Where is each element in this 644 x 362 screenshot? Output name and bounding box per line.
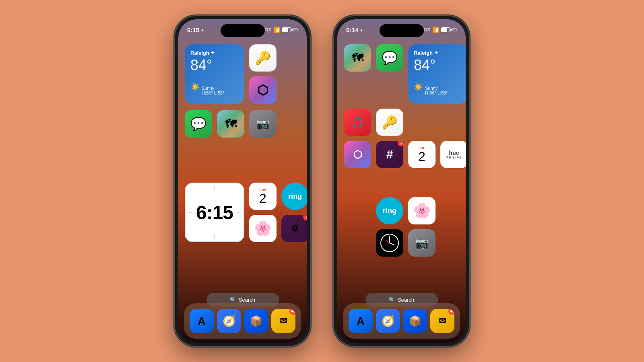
photos-icon-left[interactable]: 🌸 — [249, 215, 277, 242]
weather-city-left: Raleigh ✈ — [190, 50, 239, 56]
svg-line-6 — [390, 243, 394, 245]
safari-dock-right[interactable]: 🧭 — [376, 309, 400, 333]
battery-left — [282, 27, 291, 32]
battery-right — [441, 27, 450, 32]
dock-left: A 🧭 📦 48 ✉ — [184, 303, 301, 339]
row4-right: ring 🌸 — [376, 197, 459, 224]
status-time-right: 6:14 ▲ — [346, 27, 363, 33]
maps-icon-right[interactable]: 🗺 — [344, 44, 371, 72]
phone-right-screen: 6:14 ▲ SOS 📶 29 🗺 — [337, 19, 466, 343]
weather-city-right: Raleigh ✈ — [414, 50, 462, 56]
row3-right: ⬡ 1 # TUE 2 hue PHILIPS — [344, 141, 459, 168]
dynamic-island-right — [380, 24, 424, 37]
passwords-icon-left[interactable]: 🔑 — [249, 44, 277, 72]
photos-icon-right[interactable]: 🌸 — [408, 197, 436, 224]
status-right-right: SOS 📶 29 — [421, 27, 457, 33]
camera-icon-left[interactable]: 📷 — [249, 110, 277, 138]
status-right-left: SOS 📶 29 — [262, 27, 298, 33]
phone-left: 6:15 ▲ SOS 📶 29 Raleigh ✈ — [175, 16, 310, 346]
messages-icon-left[interactable]: 💬 — [185, 110, 212, 138]
row5-right: 📷 — [376, 229, 459, 257]
spark-dock-right[interactable]: 48 ✉ — [430, 309, 454, 333]
maps-icon-left[interactable]: 🗺 — [217, 110, 244, 138]
shortcuts-icon-left[interactable]: ⬡ — [249, 76, 277, 104]
camera-icon-right[interactable]: 📷 — [408, 229, 436, 257]
row2-left: 💬 🗺 📷 — [185, 110, 300, 138]
hue-icon-right[interactable]: hue PHILIPS — [440, 141, 466, 168]
weather-temp-right: 84° — [414, 57, 462, 74]
shortcuts-icon-right[interactable]: ⬡ — [344, 141, 371, 168]
svg-line-7 — [386, 240, 390, 243]
dropbox-dock-right[interactable]: 📦 — [403, 309, 427, 333]
messages-icon-right[interactable]: 💬 — [376, 44, 403, 72]
dock-right: A 🧭 📦 48 ✉ — [343, 303, 460, 339]
calendar-icon-right[interactable]: TUE 2 — [408, 141, 436, 168]
clock-icon-right[interactable] — [376, 229, 403, 257]
ring-icon-right[interactable]: ring — [376, 197, 403, 224]
slack-icon-left[interactable]: 1 # — [281, 215, 307, 242]
row1-left: Raleigh ✈ 84° ☀️ Sunny H:86° L:58° — [185, 44, 300, 104]
dynamic-island-left — [221, 24, 265, 37]
weather-temp-left: 84° — [190, 57, 239, 74]
phone-right: 6:14 ▲ SOS 📶 29 🗺 — [334, 16, 469, 346]
right-icons-left: TUE 2 ring 🌸 1 # — [249, 183, 307, 242]
ring-icon-left[interactable]: ring — [281, 183, 307, 210]
appstore-dock-left[interactable]: A — [190, 309, 214, 333]
status-time-left: 6:15 ▲ — [187, 27, 204, 33]
weather-widget-right[interactable]: Raleigh ✈ 84° ☀️ Sunny H:86° L:58° — [408, 44, 466, 104]
weather-widget-left[interactable]: Raleigh ✈ 84° ☀️ Sunny H:86° L:58° — [185, 44, 244, 104]
clock-widget-left[interactable]: 6:15 — [185, 183, 244, 242]
music-icon-right[interactable]: 🎵 — [344, 109, 371, 136]
phone-left-screen: 6:15 ▲ SOS 📶 29 Raleigh ✈ — [178, 19, 307, 343]
slack-icon-right[interactable]: 1 # — [376, 141, 403, 168]
row3-left: 6:15 TUE — [185, 183, 300, 242]
calendar-icon-left[interactable]: TUE 2 — [249, 183, 277, 210]
safari-dock-left[interactable]: 🧭 — [217, 309, 241, 333]
appstore-dock-right[interactable]: A — [349, 309, 373, 333]
spark-dock-left[interactable]: 48 ✉ — [271, 309, 295, 333]
row2-right: 🎵 🔑 — [344, 109, 459, 136]
row1-right: 🗺 💬 Raleigh ✈ 84° ☀️ Sunny — [344, 44, 459, 104]
dropbox-dock-left[interactable]: 📦 — [244, 309, 268, 333]
passwords-icon-right[interactable]: 🔑 — [376, 109, 403, 136]
